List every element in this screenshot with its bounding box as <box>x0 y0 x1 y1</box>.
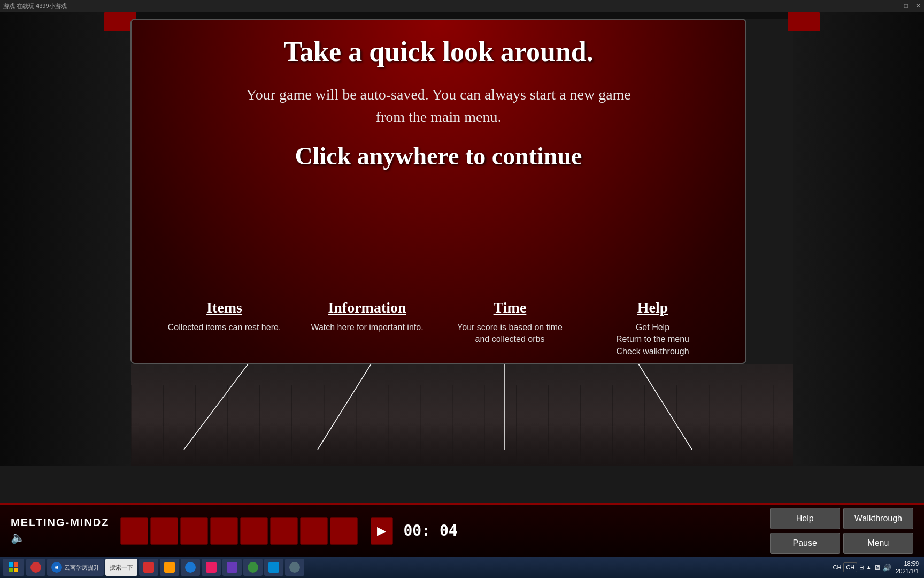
info-column-time: Time Your score is based on time and col… <box>451 299 569 358</box>
menu-button[interactable]: Menu <box>843 533 913 554</box>
pause-button[interactable]: Pause <box>770 533 840 554</box>
bg-top-strip <box>131 12 793 19</box>
taskbar-item-ie[interactable]: e 云南学历提升 <box>47 559 104 576</box>
taskbar-ie-label: 云南学历提升 <box>64 564 99 572</box>
clock-date: 2021/1/1 <box>896 567 919 575</box>
main-dialog[interactable]: Take a quick look around. Your game will… <box>130 19 746 364</box>
info-column-help: Help Get Help Return to the menu Check w… <box>594 299 712 358</box>
taskbar-item-1[interactable] <box>26 559 45 576</box>
item-slot-3[interactable] <box>180 517 208 545</box>
maximize-button[interactable]: □ <box>904 2 908 10</box>
brand-section: MELTING-MINDZ 🔈 <box>11 516 110 545</box>
dialog-cta: Click anywhere to continue <box>295 142 582 170</box>
information-title: Information <box>328 299 406 316</box>
brand-logo: MELTING-MINDZ <box>11 516 110 529</box>
items-title: Items <box>206 299 242 316</box>
dialog-title: Take a quick look around. <box>283 36 593 67</box>
item-slot-5[interactable] <box>240 517 268 545</box>
taskbar-icon-1 <box>30 562 41 573</box>
svg-rect-5 <box>14 562 18 567</box>
taskbar-item-purple[interactable] <box>222 559 242 576</box>
svg-rect-7 <box>14 568 18 572</box>
bg-left-panel <box>0 12 131 466</box>
window-title-bar: 游戏 在线玩 4399小游戏 — □ ✕ <box>0 0 924 12</box>
taskbar-icon-red <box>143 562 154 573</box>
system-tray: CH CH ⊟ ▲ 🖥 🔊 <box>833 562 891 572</box>
item-slot-8[interactable] <box>330 517 358 545</box>
item-slot-6[interactable] <box>270 517 298 545</box>
item-slots <box>120 517 366 545</box>
items-desc: Collected items can rest here. <box>168 322 281 333</box>
info-columns: Items Collected items can rest here. Inf… <box>132 299 745 358</box>
taskbar-item-file[interactable] <box>160 559 179 576</box>
window-title-text: 游戏 在线玩 4399小游戏 <box>3 2 67 10</box>
taskbar-icon-purple <box>227 562 237 573</box>
tray-input-mode[interactable]: CH <box>843 562 857 572</box>
taskbar-icon-green <box>248 562 258 573</box>
game-bar: MELTING-MINDZ 🔈 ▶ 00: 04 Help Walkthroug… <box>0 503 924 557</box>
help-desc: Get Help Return to the menu Check walkth… <box>616 322 689 358</box>
help-title: Help <box>637 299 668 316</box>
ie-icon: e <box>51 562 62 573</box>
help-button[interactable]: Help <box>770 508 840 529</box>
info-column-information: Information Watch here for important inf… <box>309 299 426 358</box>
item-slot-2[interactable] <box>150 517 178 545</box>
information-desc: Watch here for important info. <box>311 322 423 333</box>
taskbar-item-red[interactable] <box>139 559 158 576</box>
taskbar-item-pink[interactable] <box>202 559 221 576</box>
windows-clock: 18:59 2021/1/1 <box>896 560 919 575</box>
game-control-buttons: Help Walkthrough Pause Menu <box>770 508 913 554</box>
red-corner-right <box>788 12 820 31</box>
time-desc: Your score is based on time and collecte… <box>451 322 569 346</box>
svg-rect-4 <box>9 562 13 567</box>
taskbar-icon-cyan <box>268 562 279 573</box>
sound-icon[interactable]: 🔈 <box>11 531 110 545</box>
taskbar-item-cyan[interactable] <box>264 559 283 576</box>
windows-taskbar: e 云南学历提升 搜索一下 <box>0 557 924 578</box>
minimize-button[interactable]: — <box>890 2 897 10</box>
item-slot-7[interactable] <box>300 517 328 545</box>
taskbar-icon-blue <box>185 562 196 573</box>
time-title: Time <box>494 299 527 316</box>
game-timer: 00: 04 <box>404 522 458 539</box>
window-control-buttons[interactable]: — □ ✕ <box>890 2 921 10</box>
clock-time: 18:59 <box>896 560 919 567</box>
info-column-items: Items Collected items can rest here. <box>166 299 283 358</box>
taskbar-search-label: 搜索一下 <box>110 564 133 572</box>
bg-right-panel <box>793 12 924 466</box>
taskbar-item-blue[interactable] <box>181 559 200 576</box>
taskbar-items: e 云南学历提升 搜索一下 <box>26 559 833 576</box>
item-slot-1[interactable] <box>120 517 148 545</box>
start-button[interactable] <box>3 559 24 576</box>
taskbar-search-item[interactable]: 搜索一下 <box>105 559 137 576</box>
taskbar-item-gray[interactable] <box>285 559 304 576</box>
bg-floor-scene <box>131 364 793 466</box>
taskbar-icon-pink <box>206 562 217 573</box>
taskbar-item-green[interactable] <box>243 559 263 576</box>
tray-icons: ⊟ ▲ <box>859 564 872 571</box>
dialog-body: Your game will be auto-saved. You can al… <box>246 83 631 128</box>
tray-sound-icon: 🔊 <box>883 564 891 572</box>
taskbar-icon-gray <box>289 562 300 573</box>
taskbar-icon-file <box>164 562 175 573</box>
tray-lang: CH <box>833 564 841 571</box>
close-button[interactable]: ✕ <box>915 2 921 10</box>
arrow-next-button[interactable]: ▶ <box>371 517 393 545</box>
tray-network-icon: 🖥 <box>874 564 881 572</box>
item-slot-4[interactable] <box>210 517 238 545</box>
walkthrough-button[interactable]: Walkthrough <box>843 508 913 529</box>
svg-rect-6 <box>9 568 13 572</box>
